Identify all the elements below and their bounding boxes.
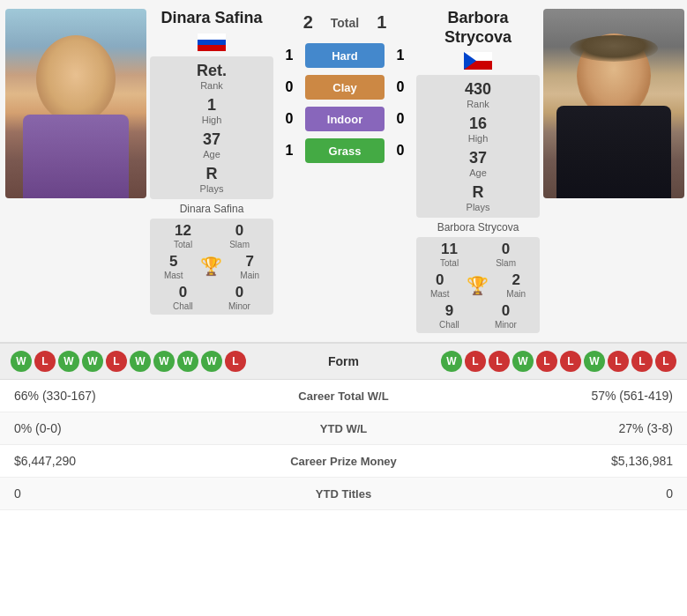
career-wl-label: Career Total W/L: [220, 390, 467, 403]
h2h-section: 2 Total 1 1 Hard 1 0 Clay 0: [277, 9, 413, 163]
player2-slam-label: Slam: [496, 258, 516, 268]
player2-plays: R: [423, 183, 533, 202]
player2-minor-label: Minor: [495, 320, 517, 330]
player1-titles: 12 Total 0 Slam 5 Mast 🏆 7: [150, 219, 273, 315]
form-badge-p1: L: [34, 351, 56, 372]
player2-trophy-icon: 🏆: [467, 275, 489, 296]
player1-mast-label: Mast: [164, 271, 183, 280]
ytd-titles-row: 0 YTD Titles 0: [0, 478, 687, 510]
form-badge-p1: W: [11, 351, 32, 372]
player1-high-label: High: [157, 115, 266, 125]
player1-age: 37: [157, 130, 266, 149]
h2h-p2-total: 1: [377, 12, 386, 33]
player2-mast-label: Mast: [430, 289, 450, 299]
form-badge-p2: L: [536, 351, 557, 372]
player1-rank: Ret.: [157, 62, 266, 80]
hard-label: Hard: [332, 49, 358, 63]
prize-label: Career Prize Money: [220, 455, 467, 468]
player2-prize: $5,136,981: [467, 454, 673, 468]
player1-plays: R: [157, 165, 266, 183]
h2h-p2-indoor: 0: [392, 111, 409, 127]
h2h-total-row: 2 Total 1: [303, 9, 387, 36]
form-badge-p1: L: [106, 351, 127, 372]
surface-indoor-btn[interactable]: Indoor: [305, 107, 385, 131]
player2-rank: 430: [423, 80, 533, 99]
player2-form: WLLWLLWLLL: [410, 351, 676, 372]
player1-mast: 5: [164, 253, 183, 271]
form-label: Form: [277, 354, 410, 368]
player1-high: 1: [157, 96, 266, 115]
player1-slam-label: Slam: [229, 240, 250, 249]
h2h-p2-clay: 0: [392, 79, 409, 95]
player2-total-label: Total: [440, 258, 459, 268]
form-badge-p1: W: [130, 351, 151, 372]
clay-label: Clay: [332, 81, 356, 94]
player1-info: Dinara Safina Ret. Rank 1 High: [150, 9, 273, 315]
player1-slam: 0: [229, 222, 250, 240]
ytd-titles-label: YTD Titles: [220, 487, 467, 501]
player2-flag: [464, 52, 492, 70]
svg-rect-2: [198, 45, 226, 51]
form-badge-p2: L: [631, 351, 653, 372]
player1-ytd-wl: 0% (0-0): [14, 421, 220, 435]
player2-name-below: Barbora Strycova: [437, 221, 519, 234]
players-section: Dinara Safina Ret. Rank 1 High: [0, 0, 687, 342]
player2-minor: 0: [495, 302, 517, 320]
form-badge-p2: L: [608, 351, 629, 372]
form-badge-p2: W: [441, 351, 462, 372]
player1-form: WLWWLWWWWL: [11, 351, 277, 372]
player1-total: 12: [174, 222, 192, 240]
player2-chall: 9: [439, 302, 459, 320]
player2-high-label: High: [423, 133, 533, 144]
player2-titles: 11 Total 0 Slam 0 Mast 🏆 2: [416, 237, 540, 333]
h2h-p1-total: 2: [303, 12, 313, 33]
indoor-label: Indoor: [327, 113, 362, 126]
surface-clay-btn[interactable]: Clay: [305, 75, 385, 100]
player2-ytd-wl: 27% (3-8): [467, 421, 673, 435]
player2-age: 37: [423, 149, 533, 167]
ytd-wl-row: 0% (0-0) YTD W/L 27% (3-8): [0, 412, 687, 445]
player1-name-below: Dinara Safina: [180, 203, 244, 215]
surface-hard-btn[interactable]: Hard: [305, 43, 385, 68]
form-badge-p1: W: [201, 351, 222, 372]
form-section: WLWWLWWWWL Form WLLWLLWLLL: [0, 342, 687, 380]
form-badge-p2: L: [560, 351, 581, 372]
player1-ytd-titles: 0: [14, 486, 220, 501]
form-badge-p2: W: [512, 351, 534, 372]
player1-flag: [198, 33, 226, 51]
player1-prize: $6,447,290: [14, 454, 220, 468]
player1-trophy-icon: 🏆: [200, 256, 222, 277]
grass-label: Grass: [329, 145, 362, 158]
form-badge-p2: W: [584, 351, 605, 372]
player1-stats-box: Ret. Rank 1 High 37 Age R Plays: [150, 56, 273, 199]
h2h-total-label: Total: [331, 16, 359, 30]
h2h-p2-hard: 1: [392, 48, 409, 63]
player2-plays-label: Plays: [423, 202, 533, 212]
player2-ytd-titles: 0: [467, 486, 673, 501]
stats-section: 66% (330-167) Career Total W/L 57% (561-…: [0, 380, 687, 510]
form-badge-p1: W: [177, 351, 198, 372]
player1-rank-label: Rank: [157, 80, 266, 91]
svg-rect-1: [198, 40, 226, 45]
form-badge-p2: L: [489, 351, 510, 372]
form-badge-p1: W: [82, 351, 103, 372]
player1-photo: [5, 9, 146, 198]
h2h-p1-clay: 0: [280, 79, 298, 95]
surface-grass-btn[interactable]: Grass: [305, 138, 385, 163]
h2h-p1-grass: 1: [280, 143, 298, 159]
h2h-grass-row: 1 Grass 0: [280, 138, 409, 163]
player2-rank-label: Rank: [423, 99, 533, 109]
main-container: Dinara Safina Ret. Rank 1 High: [0, 0, 687, 510]
player1-minor-label: Minor: [228, 301, 250, 311]
form-badge-p1: L: [225, 351, 246, 372]
player2-main-label: Main: [506, 289, 526, 299]
h2h-clay-row: 0 Clay 0: [280, 75, 409, 100]
player1-chall-label: Chall: [173, 301, 193, 311]
player1-plays-label: Plays: [157, 183, 266, 194]
player1-career-wl: 66% (330-167): [14, 389, 220, 403]
form-badge-p1: W: [153, 351, 175, 372]
form-badge-p2: L: [655, 351, 676, 372]
player1-name: Dinara Safina: [161, 9, 262, 28]
player2-total: 11: [440, 241, 459, 258]
player2-stats-box: 430 Rank 16 High 37 Age R Plays: [416, 75, 540, 218]
